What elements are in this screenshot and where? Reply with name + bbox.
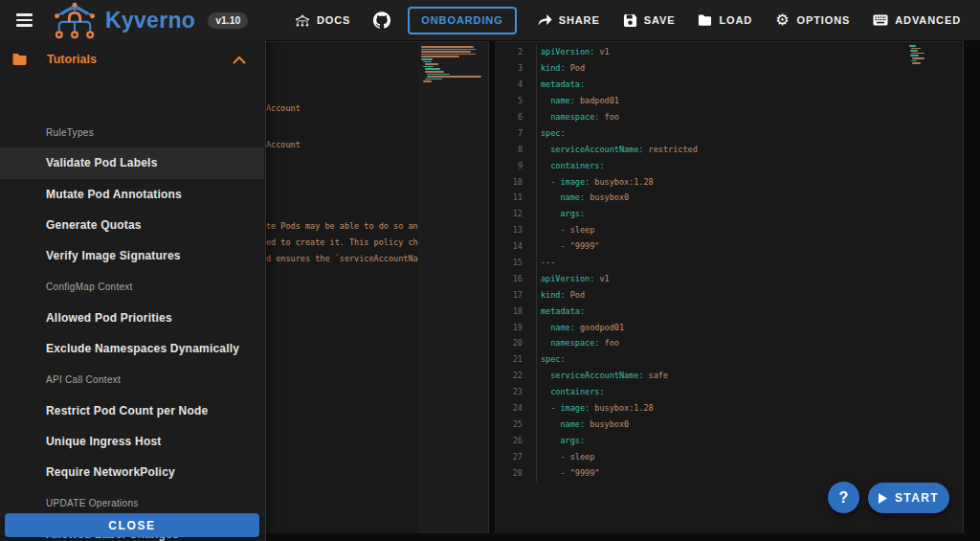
onboarding-label: ONBOARDING (421, 14, 502, 26)
code-line[interactable]: 2apiVersion: v1 (495, 44, 906, 60)
code-line[interactable]: 20 namespace: foo (495, 335, 906, 351)
sidebar-item[interactable]: Unique Ingress Host (0, 426, 264, 457)
code-text: serviceAccountName: restricted (523, 145, 698, 154)
line-number: 20 (495, 338, 523, 348)
code-line[interactable]: 4metadata: (495, 77, 906, 93)
code-line[interactable]: 28 - "9999" (495, 464, 906, 481)
code-line[interactable]: 14 - "9999" (495, 238, 906, 255)
line-number: 27 (495, 452, 523, 462)
policy-minimap[interactable] (418, 42, 489, 533)
save-button[interactable]: SAVE (612, 0, 687, 40)
policy-panel-edge (488, 42, 489, 533)
code-line[interactable]: 3kind: Pod (495, 60, 906, 77)
docs-button[interactable]: DOCS (283, 0, 362, 40)
sidebar-item[interactable]: Verify Image Signatures (0, 240, 264, 271)
policy-code-fragment: d ensures the `serviceAccountNa (266, 254, 418, 270)
sidebar-item[interactable]: ConfigMap Context (0, 271, 264, 302)
policy-code-fragment: Account (266, 103, 301, 120)
code-line[interactable]: 7spec: (495, 124, 906, 141)
code-text: serviceAccountName: safe (523, 371, 668, 380)
code-text: namespace: foo (523, 338, 619, 348)
minimap-line (421, 46, 474, 48)
code-line[interactable]: 17kind: Pod (495, 286, 906, 303)
code-line[interactable]: 21spec: (495, 351, 906, 368)
line-number: 25 (495, 419, 523, 429)
code-line[interactable]: 6 namespace: foo (495, 109, 906, 125)
line-number: 22 (495, 371, 523, 380)
options-button[interactable]: ⚙ OPTIONS (764, 0, 861, 40)
minimap-line (423, 80, 432, 82)
code-line[interactable]: 16apiVersion: v1 (495, 270, 906, 286)
line-number: 18 (495, 306, 523, 316)
sidebar-item[interactable]: Allowed Pod Priorities (0, 303, 264, 333)
line-number: 9 (495, 161, 523, 170)
top-navbar: Kyverno v1.10 DOCS (0, 0, 980, 40)
github-button[interactable] (362, 0, 402, 40)
sidebar-item[interactable]: API Call Context (0, 364, 264, 394)
code-line[interactable]: 27 - sleep (495, 448, 906, 464)
help-button[interactable]: ? (828, 482, 859, 513)
code-line[interactable]: 22 serviceAccountName: safe (495, 368, 906, 384)
sidebar-item[interactable]: Require NetworkPolicy (0, 457, 264, 487)
share-button[interactable]: SHARE (526, 0, 612, 40)
code-line[interactable]: 23 containers: (495, 384, 906, 400)
chevron-up-icon[interactable] (233, 56, 246, 64)
code-line[interactable]: 13 - sleep (495, 222, 906, 238)
minimap-line (911, 53, 924, 55)
policy-code-fragment: Account (266, 140, 301, 156)
sidebar-item[interactable]: Restrict Pod Count per Node (0, 395, 264, 426)
code-line[interactable]: 18metadata: (495, 303, 906, 319)
line-number: 14 (495, 241, 523, 251)
code-line[interactable]: 19 name: goodpod01 (495, 319, 906, 335)
start-button[interactable]: START (868, 483, 949, 513)
code-text: spec: (523, 354, 566, 364)
kyverno-graph-icon (295, 13, 310, 28)
minimap-line (427, 76, 481, 78)
code-text: kind: Pod (523, 290, 585, 300)
code-line[interactable]: 8 serviceAccountName: restricted (495, 141, 906, 157)
resource-code[interactable]: 2apiVersion: v13kind: Pod4metadata:5 nam… (495, 44, 906, 481)
code-line[interactable]: 26 args: (495, 432, 906, 448)
tutorials-group-label: Tutorials (47, 53, 97, 66)
minimap-line (421, 58, 433, 60)
sidebar-item[interactable]: Exclude Namespaces Dynamically (0, 333, 264, 364)
tutorials-group-header[interactable]: Tutorials (0, 40, 265, 79)
docs-label: DOCS (317, 14, 350, 26)
menu-icon[interactable] (8, 4, 40, 36)
code-line[interactable]: 11 name: busybox0 (495, 190, 906, 206)
line-number: 24 (495, 403, 523, 413)
sidebar-item[interactable]: RuleTypes (0, 117, 264, 147)
minimap-line (425, 63, 438, 65)
code-line[interactable]: 15--- (495, 255, 906, 271)
code-line[interactable]: 5 name: badpod01 (495, 93, 906, 109)
code-line[interactable]: 24 - image: busybox:1.28 (495, 400, 906, 417)
close-drawer-button[interactable]: CLOSE (5, 513, 259, 537)
line-number: 28 (495, 468, 523, 478)
onboarding-button[interactable]: ONBOARDING (408, 7, 516, 34)
line-number: 19 (495, 323, 523, 332)
sidebar-item[interactable]: Generate Quotas (0, 210, 264, 240)
github-mark-icon (373, 11, 390, 29)
code-text: - image: busybox:1.28 (523, 403, 654, 413)
code-line[interactable]: 25 name: busybox0 (495, 416, 906, 432)
minimap-line (912, 57, 924, 59)
share-label: SHARE (559, 14, 600, 26)
code-text: --- (523, 258, 555, 267)
code-line[interactable]: 12 args: (495, 206, 906, 222)
minimap-line (427, 74, 450, 76)
line-number: 5 (495, 96, 523, 105)
code-line[interactable]: 10 - image: busybox:1.28 (495, 173, 906, 190)
code-text: - sleep (523, 225, 594, 235)
sidebar-item[interactable]: Validate Pod Labels (0, 147, 264, 178)
code-text: args: (523, 436, 585, 445)
sidebar-item[interactable]: Mutate Pod Annotations (0, 179, 264, 210)
navbar-left: Kyverno v1.10 (8, 1, 248, 39)
code-line[interactable]: 9 containers: (495, 157, 906, 173)
code-text: apiVersion: v1 (523, 274, 610, 283)
line-number: 23 (495, 387, 523, 396)
advanced-button[interactable]: ADVANCED (861, 0, 972, 40)
load-button[interactable]: LOAD (686, 0, 764, 40)
code-text: - image: busybox:1.28 (523, 177, 654, 187)
load-label: LOAD (719, 14, 752, 26)
resource-editor-panel[interactable]: 2apiVersion: v13kind: Pod4metadata:5 nam… (495, 41, 964, 533)
